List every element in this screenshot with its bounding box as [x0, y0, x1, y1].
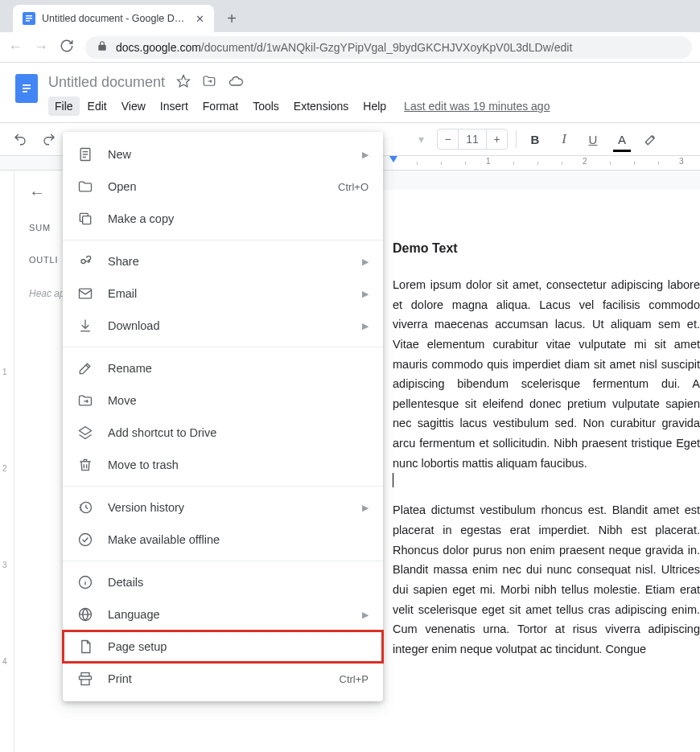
separator	[516, 130, 517, 148]
menu-item-label: Make available offline	[108, 533, 369, 546]
menu-tools[interactable]: Tools	[246, 97, 286, 116]
cloud-status-icon[interactable]	[228, 73, 244, 92]
browser-tab-strip: Untitled document - Google Docs ✕ +	[0, 0, 700, 32]
file-menu-new[interactable]: New▶	[63, 138, 383, 171]
submenu-arrow-icon: ▶	[362, 257, 369, 267]
tab-title: Untitled document - Google Docs	[42, 13, 189, 24]
reload-button[interactable]	[60, 39, 74, 55]
highlight-button[interactable]	[640, 128, 661, 150]
menu-file[interactable]: File	[48, 97, 80, 116]
menu-insert[interactable]: Insert	[154, 97, 195, 116]
font-style-dropdown[interactable]: ▾	[414, 133, 429, 146]
close-tab-icon[interactable]: ✕	[196, 13, 204, 25]
url-input[interactable]: docs.google.com/document/d/1wANQkil-GzgY…	[85, 36, 692, 59]
svg-rect-25	[81, 680, 89, 685]
menu-separator	[63, 561, 383, 561]
indent-marker-icon[interactable]	[389, 156, 397, 162]
content-paragraph-2[interactable]: Platea dictumst vestibulum rhoncus est. …	[393, 500, 700, 659]
font-size-decrease[interactable]: −	[438, 129, 459, 149]
svg-rect-15	[80, 289, 92, 298]
redo-button[interactable]	[39, 128, 60, 150]
menu-separator	[63, 486, 383, 487]
ruler-mark: 2	[583, 157, 587, 166]
file-menu-make-a-copy[interactable]: Make a copy	[63, 203, 383, 235]
menu-item-label: Open	[108, 180, 323, 193]
bold-button[interactable]: B	[525, 128, 546, 150]
history-icon	[77, 499, 93, 516]
file-menu-email[interactable]: Email▶	[63, 277, 383, 310]
offline-icon	[77, 532, 93, 548]
text-color-button[interactable]: A	[611, 128, 632, 150]
file-menu-move-to-trash[interactable]: Move to trash	[63, 449, 383, 481]
underline-button[interactable]: U	[583, 128, 603, 150]
menu-item-label: Add shortcut to Drive	[108, 426, 369, 439]
menu-item-label: Language	[108, 608, 348, 621]
pagesetup-icon	[77, 639, 93, 655]
font-size-value[interactable]: 11	[459, 129, 486, 149]
file-menu-page-setup[interactable]: Page setup	[63, 631, 383, 663]
file-menu-add-shortcut-to-drive[interactable]: Add shortcut to Drive	[63, 417, 383, 449]
move-folder-icon[interactable]	[202, 74, 216, 91]
content-paragraph-1[interactable]: Lorem ipsum dolor sit amet, consectetur …	[393, 275, 700, 473]
menu-item-label: Email	[108, 287, 348, 300]
language-icon	[77, 606, 93, 623]
last-edit-link[interactable]: Last edit was 19 minutes ago	[404, 100, 550, 113]
content-heading[interactable]: Demo Text	[393, 241, 700, 256]
copy-icon	[77, 211, 93, 227]
browser-tab[interactable]: Untitled document - Google Docs ✕	[13, 5, 214, 32]
file-menu-move[interactable]: Move	[63, 384, 383, 417]
menu-format[interactable]: Format	[196, 97, 245, 116]
svg-rect-2	[26, 20, 30, 22]
menu-item-label: Share	[108, 255, 348, 268]
doc-icon	[77, 146, 93, 162]
menu-item-label: Version history	[108, 501, 348, 514]
menu-extensions[interactable]: Extensions	[287, 97, 355, 116]
menubar: File Edit View Insert Format Tools Exten…	[48, 95, 690, 117]
menu-separator	[63, 240, 383, 240]
svg-rect-0	[26, 15, 32, 17]
file-menu-open[interactable]: OpenCtrl+O	[63, 171, 383, 203]
menu-item-label: Download	[108, 319, 348, 332]
vertical-ruler[interactable]: 1 2 3 4	[0, 171, 14, 752]
menu-item-label: Details	[108, 576, 369, 589]
submenu-arrow-icon: ▶	[362, 610, 369, 620]
file-menu-share[interactable]: Share▶	[63, 245, 383, 277]
outline-heading: OUTLI	[29, 255, 61, 265]
file-menu-language[interactable]: Language▶	[63, 598, 383, 631]
url-path: /document/d/1wANQkil-GzgYPipVgal_9bydGKC…	[201, 41, 572, 54]
menu-help[interactable]: Help	[356, 97, 393, 116]
file-menu-download[interactable]: Download▶	[63, 310, 383, 342]
file-menu-make-available-offline[interactable]: Make available offline	[63, 524, 383, 556]
svg-point-19	[80, 534, 92, 546]
share-icon	[77, 253, 93, 269]
back-button[interactable]: ←	[8, 39, 23, 55]
document-title[interactable]: Untitled document	[48, 74, 165, 91]
menu-item-label: Make a copy	[108, 212, 369, 225]
outline-back-icon[interactable]: ←	[29, 183, 61, 202]
docs-favicon	[23, 12, 35, 25]
file-menu-rename[interactable]: Rename	[63, 352, 383, 384]
address-bar: ← → docs.google.com/document/d/1wANQkil-…	[0, 32, 700, 63]
star-icon[interactable]	[176, 74, 191, 91]
font-size-increase[interactable]: +	[486, 129, 507, 149]
undo-button[interactable]	[10, 128, 31, 150]
email-icon	[77, 286, 93, 302]
menu-item-label: Move	[108, 394, 369, 407]
file-menu-details[interactable]: Details	[63, 566, 383, 598]
docs-logo[interactable]	[10, 71, 43, 113]
file-menu-print[interactable]: PrintCtrl+P	[63, 663, 383, 695]
menu-item-label: Page setup	[108, 640, 369, 653]
file-menu-version-history[interactable]: Version history▶	[63, 491, 383, 524]
trash-icon	[77, 457, 93, 473]
menu-edit[interactable]: Edit	[81, 97, 113, 116]
menu-shortcut: Ctrl+P	[340, 673, 369, 685]
menu-view[interactable]: View	[115, 97, 152, 116]
ruler-mark: 3	[679, 157, 684, 166]
forward-button[interactable]: →	[34, 39, 48, 55]
italic-button[interactable]: I	[554, 128, 574, 150]
new-tab-button[interactable]: +	[220, 7, 243, 30]
menu-item-label: Print	[108, 672, 325, 685]
svg-rect-11	[83, 216, 91, 224]
svg-rect-5	[23, 91, 27, 92]
shortcut-icon	[77, 425, 93, 441]
